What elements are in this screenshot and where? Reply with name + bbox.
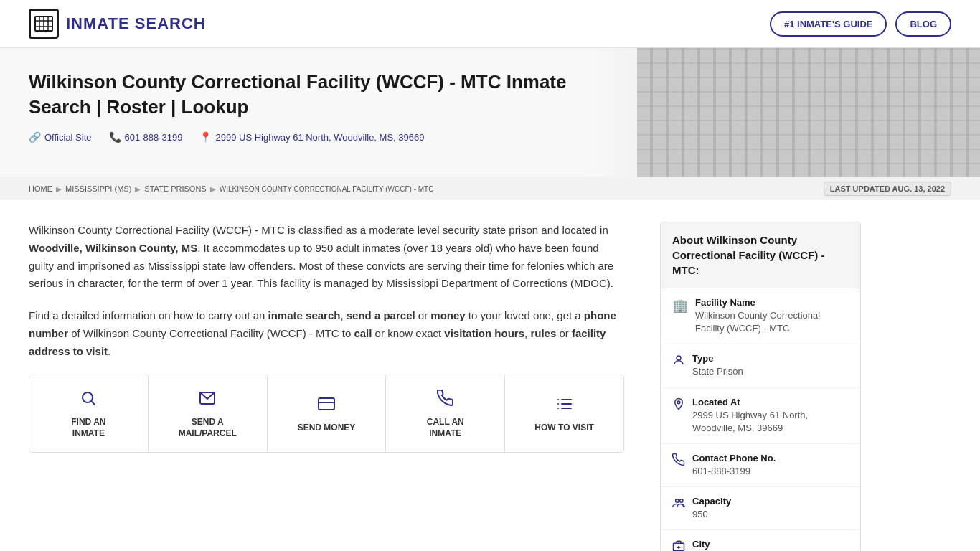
official-site-label: Official Site — [44, 132, 92, 143]
capacity-value: 950 — [692, 508, 849, 521]
find-inmate-icon — [80, 390, 97, 411]
page-title: Wilkinson County Correctional Facility (… — [29, 70, 588, 120]
facility-name-label: Facility Name — [695, 297, 849, 308]
svg-point-18 — [677, 400, 680, 403]
address-item: 📍 2999 US Highway 61 North, Woodville, M… — [199, 131, 424, 143]
svg-point-19 — [676, 499, 679, 503]
sidebar-card-title: About Wilkinson County Correctional Faci… — [661, 222, 860, 288]
phone-icon: 📞 — [109, 131, 121, 143]
desc-p2-b6: visitation hours — [444, 327, 524, 339]
last-updated-badge: LAST UPDATED AUG. 13, 2022 — [824, 182, 951, 196]
facility-name-value: Wilkinson County Correctional Facility (… — [695, 309, 849, 335]
desc-p2-m5: or know exact — [372, 327, 444, 339]
svg-rect-9 — [319, 398, 334, 410]
how-to-visit-card[interactable]: HOW TO VISIT — [505, 375, 623, 452]
desc-p2-s1: Find a detailed information on how to ca… — [29, 309, 268, 321]
site-header: INMATE SEARCH #1 INMATE'S GUIDE BLOG — [0, 0, 980, 48]
hero-section: Wilkinson County Correctional Facility (… — [0, 48, 980, 177]
desc-p2-b1: inmate search — [268, 309, 341, 321]
breadcrumb-home[interactable]: HOME — [29, 184, 52, 193]
located-at-icon — [672, 397, 685, 414]
sidebar-type: Type State Prison — [661, 344, 860, 387]
desc-p1-start: Wilkinson County Correctional Facility (… — [29, 224, 608, 236]
phone-content: Contact Phone No. 601-888-3199 — [692, 453, 849, 478]
breadcrumb-sep-2: ▶ — [135, 185, 141, 193]
sidebar-located-at: Located At 2999 US Highway 61 North, Woo… — [661, 388, 860, 444]
action-cards-container: FIND ANINMATE SEND AMAIL/PARCEL SEND MON… — [29, 375, 624, 453]
find-inmate-card[interactable]: FIND ANINMATE — [29, 375, 149, 452]
svg-point-17 — [677, 356, 681, 360]
phone-label: Contact Phone No. — [692, 453, 849, 463]
svg-point-6 — [83, 392, 93, 402]
send-money-card[interactable]: SEND MONEY — [268, 375, 387, 452]
located-at-content: Located At 2999 US Highway 61 North, Woo… — [692, 397, 849, 435]
svg-point-20 — [680, 499, 684, 503]
capacity-label: Capacity — [692, 496, 849, 507]
breadcrumb: HOME ▶ MISSISSIPPI (MS) ▶ STATE PRISONS … — [0, 177, 980, 200]
contact-phone-icon — [672, 453, 685, 470]
sidebar-capacity: Capacity 950 — [661, 487, 860, 530]
how-to-visit-icon — [556, 395, 573, 417]
desc-p2-m4: of Wilkinson County Correctional Facilit… — [68, 327, 354, 339]
how-to-visit-label: HOW TO VISIT — [534, 423, 593, 434]
sidebar-city: City Woodville — [661, 530, 860, 551]
sidebar-phone: Contact Phone No. 601-888-3199 — [661, 444, 860, 487]
logo-icon — [29, 9, 59, 39]
capacity-icon — [672, 496, 685, 513]
phone-number: 601-888-3199 — [125, 132, 183, 143]
breadcrumb-prisons[interactable]: STATE PRISONS — [144, 184, 206, 193]
link-icon: 🔗 — [29, 131, 41, 143]
located-at-label: Located At — [692, 397, 849, 408]
type-label: Type — [692, 353, 849, 364]
facility-name-icon: 🏢 — [672, 298, 688, 314]
city-icon — [672, 540, 685, 551]
located-at-value: 2999 US Highway 61 North, Woodville, MS,… — [692, 409, 849, 435]
type-content: Type State Prison — [692, 353, 849, 378]
location-icon: 📍 — [199, 131, 212, 143]
sidebar: About Wilkinson County Correctional Faci… — [646, 200, 861, 551]
desc-p2-m1: , — [340, 309, 346, 321]
official-site-link[interactable]: 🔗 Official Site — [29, 131, 92, 143]
site-title: INMATE SEARCH — [66, 14, 206, 33]
phone-link[interactable]: 📞 601-888-3199 — [109, 131, 183, 143]
breadcrumb-sep-1: ▶ — [56, 185, 62, 193]
call-inmate-icon — [437, 390, 454, 411]
city-label: City — [692, 539, 849, 550]
desc-p2-b2: send a parcel — [347, 309, 415, 321]
logo-svg — [34, 14, 54, 34]
desc-p1-bold: Woodville, Wilkinson County, MS — [29, 242, 197, 254]
city-content: City Woodville — [692, 539, 849, 551]
description-paragraph-2: Find a detailed information on how to ca… — [29, 307, 624, 360]
sidebar-facility-name: 🏢 Facility Name Wilkinson County Correct… — [661, 288, 860, 344]
send-money-icon — [318, 395, 335, 417]
description-paragraph-1: Wilkinson County Correctional Facility (… — [29, 222, 624, 293]
desc-p2-m2: or — [415, 309, 431, 321]
send-mail-card[interactable]: SEND AMAIL/PARCEL — [149, 375, 268, 452]
address-text: 2999 US Highway 61 North, Woodville, MS,… — [215, 132, 424, 143]
sidebar-card: About Wilkinson County Correctional Faci… — [660, 222, 861, 551]
breadcrumb-current: WILKINSON COUNTY CORRECTIONAL FACILITY (… — [220, 185, 434, 193]
desc-p2-b5: call — [354, 327, 372, 339]
find-inmate-label: FIND ANINMATE — [71, 417, 105, 439]
desc-p2-m7: or — [556, 327, 572, 339]
hero-meta: 🔗 Official Site 📞 601-888-3199 📍 2999 US… — [29, 131, 951, 143]
site-logo-link[interactable]: INMATE SEARCH — [29, 9, 206, 39]
blog-button[interactable]: BLOG — [895, 11, 951, 37]
type-icon — [672, 354, 685, 370]
desc-p2-b7: rules — [530, 327, 556, 339]
capacity-content: Capacity 950 — [692, 496, 849, 521]
send-mail-icon — [199, 390, 216, 411]
send-mail-label: SEND AMAIL/PARCEL — [179, 417, 237, 439]
main-content: Wilkinson County Correctional Facility (… — [29, 200, 646, 551]
type-value: State Prison — [692, 365, 849, 378]
hero-background — [637, 48, 980, 177]
call-inmate-card[interactable]: CALL ANINMATE — [386, 375, 505, 452]
desc-p2-b3: money — [430, 309, 465, 321]
breadcrumb-state[interactable]: MISSISSIPPI (MS) — [65, 184, 131, 193]
svg-line-7 — [92, 402, 95, 405]
inmates-guide-button[interactable]: #1 INMATE'S GUIDE — [770, 11, 887, 37]
desc-p2-end: . — [108, 345, 110, 357]
phone-value: 601-888-3199 — [692, 465, 849, 478]
main-container: Wilkinson County Correctional Facility (… — [0, 200, 980, 551]
call-inmate-label: CALL ANINMATE — [427, 417, 464, 439]
